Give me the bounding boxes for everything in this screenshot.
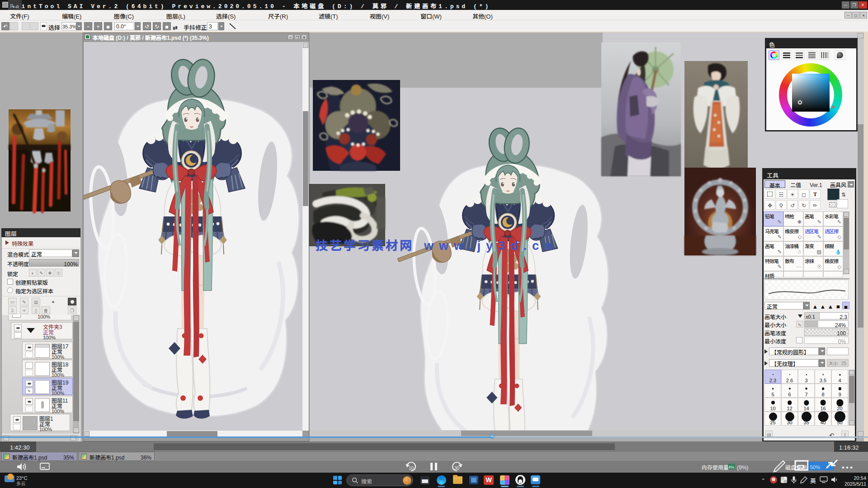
svg-text:30: 30 — [454, 466, 460, 471]
svg-text:10: 10 — [409, 466, 414, 471]
